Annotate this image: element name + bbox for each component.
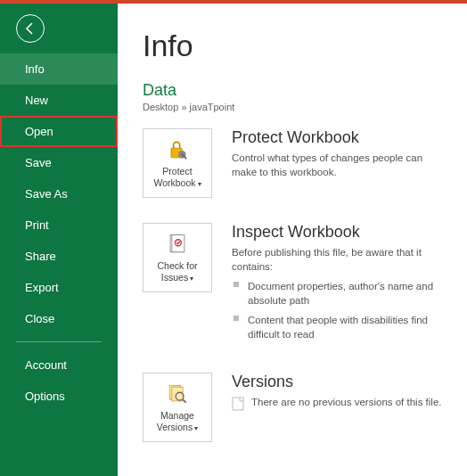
sidebar-footer-menu: AccountOptions [0, 349, 118, 412]
main-panel: Info Data Desktop » javaTpoint Protect W… [118, 4, 467, 476]
arrow-left-icon [23, 21, 37, 36]
page-icon [232, 397, 244, 411]
sidebar-item-share[interactable]: Share [0, 241, 118, 272]
inspect-list-item: Document properties, author's name and a… [232, 279, 449, 308]
check-issues-button[interactable]: Check for Issues▾ [143, 223, 212, 292]
sidebar-divider [16, 341, 102, 342]
versions-tile-label: Manage Versions▾ [143, 410, 211, 432]
svg-line-9 [183, 399, 186, 403]
document-name: Data [143, 81, 449, 100]
sidebar-item-info[interactable]: Info [0, 53, 118, 85]
sidebar-item-new[interactable]: New [0, 85, 118, 116]
sidebar-item-account[interactable]: Account [0, 349, 118, 381]
inspect-section: Check for Issues▾ Inspect Workbook Befor… [143, 223, 449, 348]
protect-section: Protect Workbook▾ Protect Workbook Contr… [143, 128, 449, 198]
protect-text: Control what types of changes people can… [232, 151, 449, 179]
inspect-tile-label: Check for Issues▾ [143, 260, 211, 283]
document-check-icon [165, 232, 190, 257]
svg-rect-10 [233, 398, 243, 410]
protect-workbook-button[interactable]: Protect Workbook▾ [143, 128, 212, 198]
protect-heading: Protect Workbook [232, 128, 449, 147]
manage-versions-button[interactable]: Manage Versions▾ [143, 373, 212, 442]
sidebar-item-save[interactable]: Save [0, 147, 118, 178]
sidebar-item-close[interactable]: Close [0, 303, 118, 334]
sidebar-item-open[interactable]: Open [0, 116, 118, 147]
sidebar-item-export[interactable]: Export [0, 272, 118, 303]
file-sidebar: InfoNewOpenSaveSave AsPrintShareExportCl… [0, 4, 118, 476]
versions-text: There are no previous versions of this f… [232, 395, 449, 411]
inspect-list-item: Content that people with disabilities fi… [232, 313, 449, 341]
inspect-text: Before publishing this file, be aware th… [232, 245, 449, 342]
protect-tile-label: Protect Workbook▾ [143, 166, 211, 188]
back-button[interactable] [16, 14, 45, 43]
inspect-heading: Inspect Workbook [232, 223, 449, 242]
versions-section: Manage Versions▾ Versions There are no p… [143, 373, 449, 442]
sidebar-item-save-as[interactable]: Save As [0, 178, 118, 209]
document-search-icon [165, 382, 190, 406]
page-title: Info [143, 29, 449, 63]
sidebar-item-options[interactable]: Options [0, 381, 118, 412]
versions-heading: Versions [232, 373, 449, 391]
lock-icon [165, 137, 190, 162]
sidebar-item-print[interactable]: Print [0, 209, 118, 241]
sidebar-menu: InfoNewOpenSaveSave AsPrintShareExportCl… [0, 53, 118, 334]
document-path: Desktop » javaTpoint [143, 102, 449, 112]
